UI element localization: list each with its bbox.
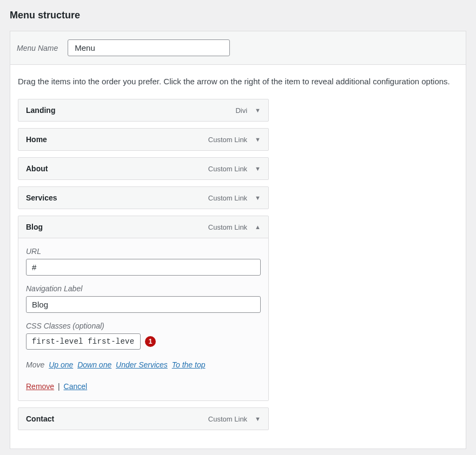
chevron-down-icon[interactable]: ▼: [255, 136, 261, 143]
menu-name-row: Menu Name: [10, 31, 466, 65]
move-under-link[interactable]: Under Services: [116, 360, 168, 369]
instructions-text: Drag the items into the order you prefer…: [18, 77, 458, 86]
menu-name-label: Menu Name: [17, 44, 58, 52]
menu-item-services[interactable]: Services Custom Link ▼: [18, 186, 269, 209]
menu-item-settings: URL Navigation Label CSS Classes (option…: [18, 238, 268, 400]
chevron-down-icon[interactable]: ▼: [255, 195, 261, 201]
move-down-one-link[interactable]: Down one: [77, 360, 111, 369]
remove-link[interactable]: Remove: [26, 382, 54, 391]
css-classes-label: CSS Classes (optional): [26, 322, 261, 330]
chevron-up-icon[interactable]: ▲: [255, 224, 261, 230]
menu-item-title: Blog: [26, 223, 43, 231]
nav-label-input[interactable]: [26, 296, 261, 313]
url-label: URL: [26, 247, 261, 256]
css-classes-input[interactable]: [26, 333, 141, 350]
menu-item-type: Custom Link: [208, 223, 247, 231]
move-to-top-link[interactable]: To the top: [172, 360, 206, 369]
move-row: Move Up one Down one Under Services To t…: [26, 360, 261, 369]
chevron-down-icon[interactable]: ▼: [255, 416, 261, 422]
nav-label-label: Navigation Label: [26, 284, 261, 293]
menu-item-type: Custom Link: [208, 415, 247, 423]
menu-panel: Menu Name Drag the items into the order …: [10, 31, 466, 449]
menu-item-type: Custom Link: [208, 165, 247, 173]
menu-item-title: About: [26, 164, 48, 173]
section-title: Menu structure: [10, 10, 466, 21]
menu-name-input[interactable]: [68, 39, 230, 56]
menu-body: Drag the items into the order you prefer…: [10, 65, 466, 449]
menu-item-type: Custom Link: [208, 136, 247, 144]
move-up-one-link[interactable]: Up one: [49, 360, 73, 369]
chevron-down-icon[interactable]: ▼: [255, 107, 261, 113]
move-label: Move: [26, 360, 44, 369]
annotation-badge: 1: [145, 336, 156, 347]
menu-items-list: Landing Divi ▼ Home Custom Link ▼: [18, 99, 269, 430]
menu-item-type: Divi: [235, 106, 247, 115]
divider: |: [58, 382, 60, 391]
menu-item-title: Services: [26, 193, 57, 202]
chevron-down-icon[interactable]: ▼: [255, 165, 261, 172]
url-input[interactable]: [26, 259, 261, 276]
menu-item-blog[interactable]: Blog Custom Link ▲ URL Navigation Label: [18, 216, 269, 401]
menu-item-title: Contact: [26, 414, 54, 423]
menu-item-title: Landing: [26, 106, 55, 115]
menu-item-type: Custom Link: [208, 194, 247, 202]
menu-item-landing[interactable]: Landing Divi ▼: [18, 99, 269, 122]
menu-item-home[interactable]: Home Custom Link ▼: [18, 128, 269, 151]
menu-item-contact[interactable]: Contact Custom Link ▼: [18, 407, 269, 430]
cancel-link[interactable]: Cancel: [64, 382, 88, 391]
menu-item-about[interactable]: About Custom Link ▼: [18, 157, 269, 180]
menu-item-title: Home: [26, 135, 47, 144]
